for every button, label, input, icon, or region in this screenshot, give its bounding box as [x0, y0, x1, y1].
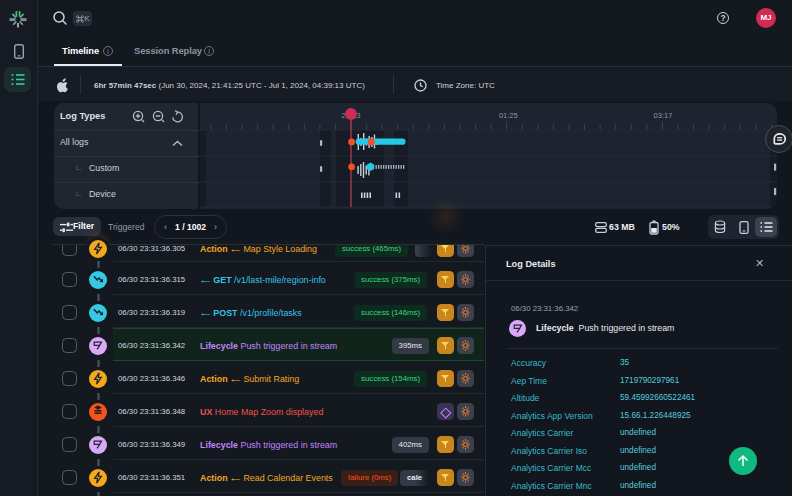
svg-text:03:17: 03:17 [654, 111, 673, 120]
svg-text:01:25: 01:25 [499, 111, 518, 120]
